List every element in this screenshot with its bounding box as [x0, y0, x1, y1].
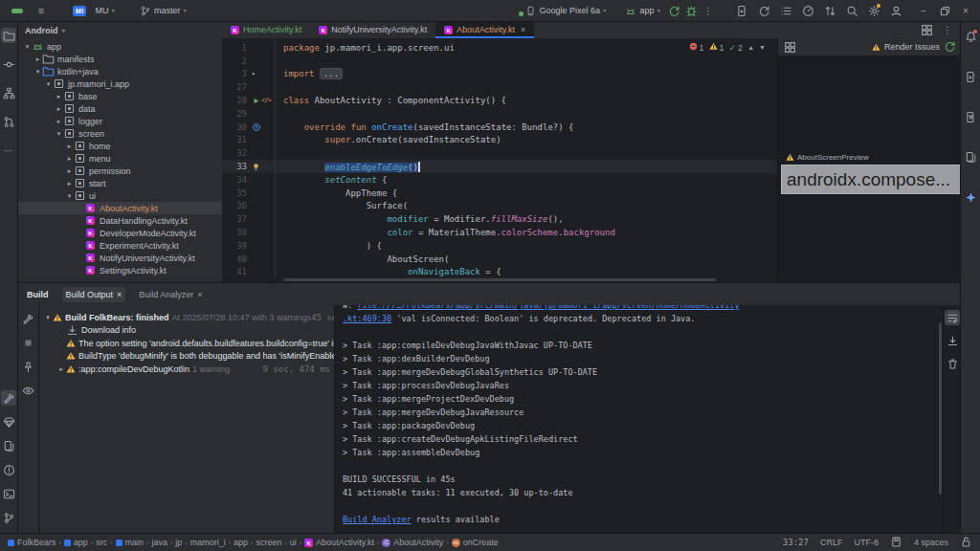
- line-separator[interactable]: CRLF: [820, 538, 843, 547]
- chevron-down-icon[interactable]: ▾: [23, 43, 32, 51]
- line-number[interactable]: 41: [222, 267, 251, 276]
- code-line[interactable]: 2: [222, 55, 777, 68]
- tree-item-manifests[interactable]: ▸manifests: [17, 53, 222, 65]
- filter-icon[interactable]: [20, 383, 35, 398]
- console-link[interactable]: Build Analyzer: [343, 515, 412, 524]
- line-number[interactable]: 38: [222, 228, 251, 237]
- code-line[interactable]: 3▸import ...: [222, 68, 777, 81]
- gutter-icons[interactable]: [251, 121, 276, 134]
- code-line[interactable]: 31 super.onCreate(savedInstanceState): [222, 134, 777, 147]
- chevron-right-icon[interactable]: ▸: [55, 105, 63, 113]
- code-line[interactable]: 28</>class AboutActivity : ComponentActi…: [222, 94, 777, 107]
- breadcrumb-app[interactable]: app: [234, 538, 248, 547]
- tree-item-notifyuniversityactivity-kt[interactable]: KNotifyUniversityActivity.kt: [17, 252, 222, 264]
- build-tree-item[interactable]: The option setting 'android.defaults.bui…: [39, 337, 334, 350]
- code-line[interactable]: 35 AppTheme {: [222, 187, 777, 200]
- tree-item-screen[interactable]: ▾screen: [17, 127, 222, 140]
- account-icon[interactable]: [888, 3, 903, 18]
- code-line[interactable]: 30 override fun onCreate(savedInstanceSt…: [222, 121, 777, 134]
- rerun-build-icon[interactable]: [20, 311, 35, 326]
- chevron-down-icon[interactable]: ▾: [43, 314, 53, 321]
- chevron-right-icon[interactable]: ▸: [65, 143, 74, 150]
- gutter-icons[interactable]: [251, 266, 276, 279]
- line-number[interactable]: 2: [222, 56, 251, 66]
- line-number[interactable]: 39: [222, 241, 251, 251]
- tree-item-logger[interactable]: ▸logger: [17, 115, 222, 127]
- gutter-icons[interactable]: [251, 160, 276, 173]
- tree-item-kotlin-java[interactable]: ▾kotlin+java: [17, 65, 222, 77]
- commit-changes-icon[interactable]: [822, 3, 837, 18]
- device-selector[interactable]: Google Pixel 6a ▾: [521, 0, 611, 21]
- console-line[interactable]: .kt:469:30 'val isConnected: Boolean' is…: [343, 312, 943, 325]
- gutter-icons[interactable]: [251, 146, 276, 160]
- breadcrumb-jp[interactable]: jp: [175, 538, 182, 547]
- breadcrumb-screen[interactable]: screen: [256, 538, 281, 547]
- code-line[interactable]: 40 AboutScreen(: [222, 253, 777, 266]
- file-encoding[interactable]: UTF-8: [854, 538, 879, 547]
- gem-tool-icon[interactable]: [1, 414, 16, 430]
- gutter-icons[interactable]: [251, 200, 276, 213]
- gutter-icons[interactable]: [251, 55, 276, 68]
- line-number[interactable]: 3: [222, 69, 251, 78]
- console-scrollbar[interactable]: [939, 322, 942, 495]
- write-access-icon[interactable]: [960, 536, 972, 550]
- sync-icon[interactable]: [756, 3, 771, 18]
- more-run-options-icon[interactable]: ⋮: [700, 2, 717, 19]
- line-number[interactable]: 30: [222, 122, 251, 132]
- tree-item-settingsactivity-kt[interactable]: KSettingsActivity.kt: [17, 264, 222, 276]
- tree-item-data[interactable]: ▸data: [17, 102, 222, 115]
- run-configuration-selector[interactable]: app ▾: [620, 0, 665, 21]
- minimize-button[interactable]: −: [913, 2, 934, 19]
- line-number[interactable]: 40: [222, 254, 251, 264]
- render-error-box[interactable]: androidx.compose...: [781, 165, 962, 194]
- code-line[interactable]: 33 enableEdgeToEdge(): [222, 160, 777, 173]
- editor-more-icon[interactable]: ⋮: [940, 22, 955, 37]
- code-line[interactable]: 38 color = MaterialTheme.colorScheme.bac…: [222, 226, 777, 239]
- preview-grid-icon[interactable]: [784, 41, 796, 54]
- terminal-tool-icon[interactable]: [1, 486, 16, 501]
- build-tree-item[interactable]: BuildType 'debugMinify' is both debuggab…: [39, 350, 334, 364]
- more-tool-windows-icon[interactable]: ⋯: [1, 143, 16, 158]
- close-tab-icon[interactable]: ×: [117, 290, 122, 299]
- chevron-right-icon[interactable]: ▸: [56, 365, 66, 373]
- tree-item-start[interactable]: ▸start: [17, 177, 222, 189]
- code-line[interactable]: 29: [222, 107, 777, 121]
- build-tool-icon[interactable]: [1, 390, 16, 406]
- code-line[interactable]: 36 Surface(: [222, 200, 777, 213]
- project-tool-icon[interactable]: [1, 28, 16, 43]
- close-tab-icon[interactable]: ×: [197, 290, 202, 299]
- project-selector[interactable]: MU ▾: [90, 4, 120, 17]
- tree-item-ui[interactable]: ▾ui: [17, 189, 222, 202]
- build-variants-icon[interactable]: [778, 3, 793, 18]
- chevron-down-icon[interactable]: ▾: [65, 192, 74, 200]
- tree-item-permission[interactable]: ▸permission: [17, 165, 222, 177]
- build-tree-item[interactable]: Download info: [39, 324, 334, 338]
- problems-tool-icon[interactable]: [1, 462, 16, 477]
- rerun-app-button[interactable]: [665, 2, 682, 19]
- line-number[interactable]: 36: [222, 201, 251, 210]
- breadcrumb-java[interactable]: java: [151, 538, 167, 547]
- gutter-icons[interactable]: [251, 134, 276, 147]
- chevron-down-icon[interactable]: ▾: [33, 68, 42, 76]
- main-menu-icon[interactable]: ≡: [33, 2, 50, 19]
- horizontal-scrollbar[interactable]: [283, 278, 716, 281]
- breadcrumb-app[interactable]: app: [64, 538, 88, 547]
- export-log-icon[interactable]: [945, 333, 960, 348]
- tree-item-jp-mamori-i-app[interactable]: ▾jp.mamori_i.app: [17, 77, 222, 90]
- gutter-icons[interactable]: [251, 80, 276, 94]
- prev-problem-icon[interactable]: ▲: [747, 44, 754, 51]
- inspections-widget[interactable]: 1 1 ✓2 ▲ ▼: [685, 41, 769, 54]
- code-line[interactable]: 34 setContent {: [222, 173, 777, 187]
- gutter-icons[interactable]: [251, 187, 276, 200]
- gutter-icons[interactable]: [251, 173, 276, 187]
- indent-setting[interactable]: 4 spaces: [914, 538, 948, 547]
- code-line[interactable]: 41 onNavigateBack = {: [222, 266, 777, 279]
- code-line[interactable]: 27: [222, 80, 777, 94]
- structure-tool-icon[interactable]: [1, 85, 16, 100]
- line-number[interactable]: 27: [222, 82, 251, 92]
- code-editor[interactable]: 1 1 ✓2 ▲ ▼ 1package jp.mamori_i.app.scre…: [222, 38, 777, 282]
- build-tree-item[interactable]: ▸:app:compileDevDebugKotlin1 warning9 se…: [39, 363, 334, 376]
- build-tab-build-output[interactable]: Build Output×: [62, 287, 126, 302]
- version-control-tool-icon[interactable]: [1, 510, 16, 525]
- commit-tool-icon[interactable]: [1, 56, 16, 72]
